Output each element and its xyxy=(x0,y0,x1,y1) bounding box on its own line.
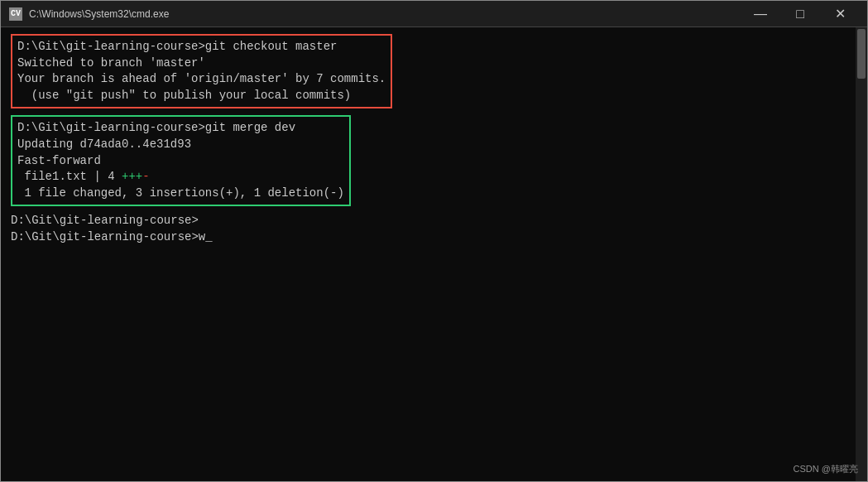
maximize-button[interactable]: □ xyxy=(781,1,819,27)
terminal-line-6: Updating d74ada0..4e31d93 xyxy=(17,137,344,153)
titlebar: CV C:\Windows\System32\cmd.exe — □ ✕ xyxy=(1,1,867,27)
content-area: D:\Git\git-learning-course>git checkout … xyxy=(1,27,867,481)
app-icon: CV xyxy=(9,7,22,21)
terminal-line-11: D:\Git\git-learning-course>w_ xyxy=(11,229,846,246)
terminal-output[interactable]: D:\Git\git-learning-course>git checkout … xyxy=(1,27,856,481)
red-box: D:\Git\git-learning-course>git checkout … xyxy=(11,34,392,108)
terminal-line-7: Fast-forward xyxy=(17,153,344,170)
cmd-window: CV C:\Windows\System32\cmd.exe — □ ✕ D:\… xyxy=(0,0,868,482)
scrollbar-thumb[interactable] xyxy=(857,29,866,79)
minus-indicator: - xyxy=(142,170,149,183)
checkout-section: D:\Git\git-learning-course>git checkout … xyxy=(11,34,846,112)
terminal-line-2: Switched to branch 'master' xyxy=(17,55,386,72)
scrollbar[interactable] xyxy=(856,27,867,481)
terminal-line-5: D:\Git\git-learning-course>git merge dev xyxy=(17,120,344,137)
close-button[interactable]: ✕ xyxy=(821,1,859,27)
merge-section: D:\Git\git-learning-course>git merge dev… xyxy=(11,115,846,210)
terminal-line-9: 1 file changed, 3 insertions(+), 1 delet… xyxy=(17,186,344,202)
plus-indicator: +++ xyxy=(122,170,142,183)
terminal-line-1: D:\Git\git-learning-course>git checkout … xyxy=(17,39,386,55)
watermark: CSDN @韩曜亮 xyxy=(794,463,858,475)
minimize-button[interactable]: — xyxy=(741,1,779,27)
window-title: C:\Windows\System32\cmd.exe xyxy=(29,8,741,20)
green-box: D:\Git\git-learning-course>git merge dev… xyxy=(11,115,351,206)
terminal-line-4: (use "git push" to publish your local co… xyxy=(17,88,386,104)
terminal-line-8: file1.txt | 4 +++- xyxy=(17,169,344,186)
window-controls: — □ ✕ xyxy=(741,1,859,27)
terminal-line-10: D:\Git\git-learning-course> xyxy=(11,213,846,229)
terminal-line-3: Your branch is ahead of 'origin/master' … xyxy=(17,71,386,88)
